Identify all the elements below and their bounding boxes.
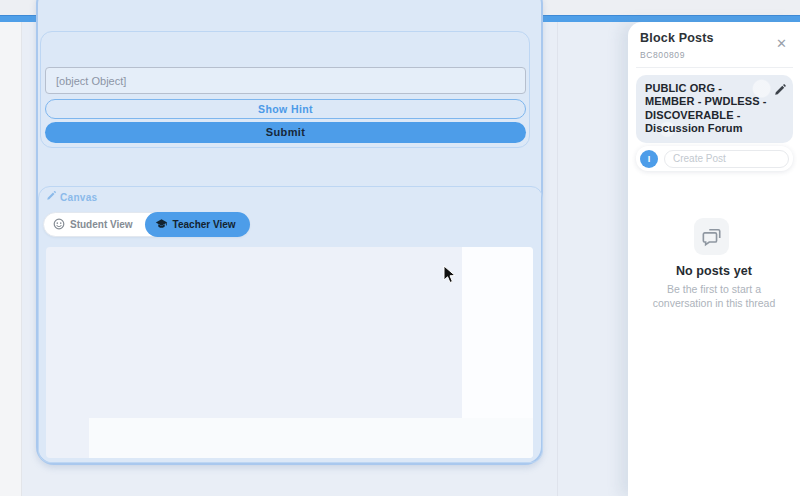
create-post-input[interactable]	[664, 150, 789, 168]
content-divider	[557, 22, 558, 496]
empty-state-title: No posts yet	[628, 264, 800, 278]
smiley-face-icon	[53, 218, 65, 232]
forum-title: PUBLIC ORG - MEMBER - PWDLESS - DISCOVER…	[645, 82, 773, 136]
submit-button[interactable]: Submit	[45, 122, 526, 143]
canvas-bottom-panel	[89, 418, 533, 458]
block-code: BC800809	[640, 50, 685, 60]
user-avatar: I	[640, 150, 658, 168]
tab-teacher-view[interactable]: Teacher View	[145, 212, 250, 237]
chat-bubbles-icon	[694, 218, 729, 255]
answer-input[interactable]	[45, 67, 526, 94]
canvas-label-text: Canvas	[60, 192, 97, 203]
tab-student-view[interactable]: Student View	[44, 212, 145, 237]
close-icon[interactable]: ✕	[776, 37, 787, 50]
panel-title: Block Posts	[640, 31, 714, 45]
tab-teacher-view-label: Teacher View	[173, 219, 236, 230]
app-root: 23Jul25 5 / 5 Blocks (100%) Show Hint Su…	[0, 0, 800, 496]
edit-pencil-icon[interactable]	[774, 82, 786, 94]
canvas-edit-icon	[46, 191, 56, 203]
graduation-cap-icon	[155, 218, 168, 232]
create-post-row: I	[636, 146, 793, 171]
empty-state-subtitle: Be the first to start a conversation in …	[642, 282, 786, 310]
left-rail	[0, 22, 22, 496]
show-hint-button[interactable]: Show Hint	[45, 99, 526, 119]
view-toggle: Student View Teacher View	[43, 212, 250, 237]
forum-card[interactable]: PUBLIC ORG - MEMBER - PWDLESS - DISCOVER…	[636, 75, 793, 143]
canvas-header: Canvas	[46, 191, 97, 203]
panel-divider	[636, 67, 793, 68]
tab-student-view-label: Student View	[70, 219, 133, 230]
